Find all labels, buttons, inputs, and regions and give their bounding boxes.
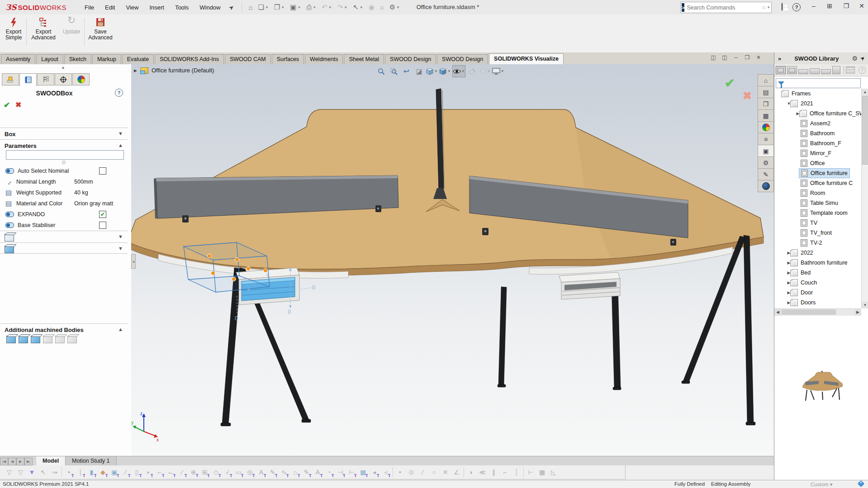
tree-item-doors[interactable]: ▶Doors (774, 298, 861, 308)
section-parameters[interactable]: Parameters▲ (0, 139, 128, 149)
zoom-fit-icon[interactable] (375, 66, 387, 77)
section-machined-bodies[interactable]: Additional machined Bodies▲ (0, 323, 128, 333)
search-icon[interactable]: ○ (762, 4, 765, 11)
slash-tool[interactable]: ∕ (120, 467, 131, 478)
tab-assembly[interactable]: Assembly (1, 54, 35, 64)
help-icon[interactable]: ? (859, 66, 866, 74)
tree-vertical-scrollbar[interactable]: ▲ ▼ (861, 89, 868, 308)
viewport-close-icon[interactable]: ✕ (754, 54, 763, 61)
tree-item-frames[interactable]: Frames (774, 89, 861, 99)
point-tool[interactable]: • (63, 467, 75, 478)
tab-display-manager[interactable] (72, 73, 90, 85)
export-simple-button[interactable]: ExportSimple (2, 17, 25, 41)
hide-show-items-icon[interactable]: ▼ (452, 65, 465, 77)
search-dropdown-icon[interactable]: ▼ (767, 5, 770, 9)
view-settings-icon[interactable]: ▼ (492, 66, 504, 77)
rotate-tool[interactable]: ◗ (465, 467, 477, 478)
tree-item-2022[interactable]: ▶2022 (774, 248, 861, 258)
scrollbar-thumb[interactable] (862, 96, 868, 165)
tab-property-manager[interactable] (19, 73, 37, 86)
layout-tool[interactable]: ⊞ (199, 467, 210, 478)
zoom-area-icon[interactable] (388, 66, 399, 77)
previous-view-icon[interactable]: ↩ (401, 66, 412, 77)
tree-item-office-furniture-c-sw[interactable]: ▶Office furniture C_SW (774, 109, 861, 118)
hatch-tool[interactable]: ◇ (210, 467, 222, 478)
library-filter-box[interactable] (776, 78, 861, 88)
print-icon[interactable]: ⎙▼ (304, 2, 318, 12)
checkbox[interactable]: ✔ (99, 211, 106, 218)
tab-sheet-metal[interactable]: Sheet Metal (344, 54, 384, 64)
restore-icon[interactable]: ⊞ (825, 2, 835, 9)
section-cube-2[interactable]: ▼ (0, 242, 128, 254)
cancel-button[interactable]: ✖ (15, 100, 21, 109)
search-commands-box[interactable]: > ○ ▼ (680, 2, 772, 13)
windows-icon[interactable]: ❐ (841, 2, 851, 9)
new-document-icon[interactable]: ❏▼ (256, 2, 270, 12)
scroll-down-icon[interactable]: ▼ (862, 302, 868, 308)
menu-view[interactable]: View (120, 2, 144, 13)
tree-item-office-furniture-c[interactable]: Office furniture C (774, 178, 861, 188)
scrollbar-thumb[interactable] (782, 309, 836, 315)
pin-left-tool[interactable]: ◂ (369, 467, 380, 478)
grid-tool[interactable]: ▦ (536, 467, 548, 478)
tab-swood-cam[interactable]: SWOOD CAM (225, 54, 271, 64)
measure-tool[interactable]: ✎ (267, 467, 278, 478)
tab-layout[interactable]: Layout (36, 54, 63, 64)
tree-item-bathroom-f[interactable]: Bathroom_F (774, 138, 861, 148)
sqrt-tool[interactable]: √ (222, 467, 233, 478)
undo-icon[interactable]: ↶▼ (320, 2, 334, 12)
tree-item-mirror-f[interactable]: Mirror_F (774, 148, 861, 158)
tab-swood-design[interactable]: SWOOD Design (385, 54, 436, 64)
panel-splitter-handle[interactable]: ◂ (131, 254, 136, 269)
pin-menu-icon[interactable]: ➤ (227, 3, 235, 12)
pen-tool[interactable]: ✎ (301, 467, 312, 478)
tab-evaluate[interactable]: Evaluate (122, 54, 154, 64)
confirmation-check-icon[interactable]: ✔ (725, 76, 735, 90)
frame-large-icon[interactable] (776, 66, 786, 74)
viewport-pane2-icon[interactable]: ◫ (720, 54, 729, 61)
search-input[interactable] (684, 5, 762, 11)
folder-icon[interactable]: ❐ (758, 98, 774, 110)
align-right-tool[interactable]: ⊢ (346, 467, 357, 478)
menu-tools[interactable]: Tools (170, 2, 194, 13)
filter-stack[interactable]: ▽ (15, 467, 26, 478)
tab-swood-design[interactable]: SWOOD Design (437, 54, 488, 64)
tab-surfaces[interactable]: Surfaces (272, 54, 304, 64)
menu-window[interactable]: Window (194, 2, 226, 13)
stroke-tool[interactable]: ∕ (417, 467, 428, 478)
panel-mid-icon[interactable] (810, 68, 820, 74)
tree-item-bathroom-furniture[interactable]: ▶Bathroom furniture (774, 258, 861, 268)
checkbox[interactable] (99, 222, 106, 229)
tab-dimxpert[interactable] (55, 73, 72, 85)
next-tab-icon[interactable]: ▶ (16, 458, 24, 465)
tree-item-office[interactable]: Office (774, 158, 861, 168)
section-box[interactable]: Box▼ (0, 128, 128, 138)
param-value[interactable]: Orion gray matt (74, 200, 113, 207)
tab-markup[interactable]: Markup (92, 54, 121, 64)
tree-item-door[interactable]: ▶Door (774, 288, 861, 298)
tools-icon[interactable]: ✎ (758, 168, 774, 180)
minimize-icon[interactable]: – (809, 2, 819, 9)
help-icon[interactable]: ? (792, 3, 802, 11)
home-icon[interactable]: ⌂ (758, 74, 774, 86)
l-profile-icon[interactable] (832, 66, 840, 74)
tree-item-couch[interactable]: ▶Couch (774, 278, 861, 288)
dot-tool[interactable]: • (394, 467, 406, 478)
machined-body-icon[interactable] (43, 336, 52, 343)
ellipse-tool[interactable]: ○ (428, 467, 440, 478)
tab-configuration-manager[interactable] (37, 73, 54, 85)
menu-edit[interactable]: Edit (100, 2, 120, 13)
menu-insert[interactable]: Insert (144, 2, 170, 13)
gear-icon[interactable]: ⚙ (852, 55, 858, 62)
tab-weldments[interactable]: Weldments (305, 54, 343, 64)
scroll-up-icon[interactable]: ▲ (862, 89, 868, 95)
scroll-left-icon[interactable]: ◀ (774, 309, 781, 316)
param-value[interactable]: 500mm (74, 179, 93, 185)
target-tool[interactable]: ⊕ (188, 467, 199, 478)
frame-inner-icon[interactable] (787, 66, 797, 74)
library-books-icon[interactable]: ▤ (758, 86, 774, 98)
tree-item-tv[interactable]: TV (774, 218, 861, 228)
machined-body-icon[interactable] (55, 336, 65, 343)
machined-body-icon[interactable] (31, 336, 40, 343)
save-advanced-button[interactable]: SaveAdvanced (87, 17, 114, 41)
